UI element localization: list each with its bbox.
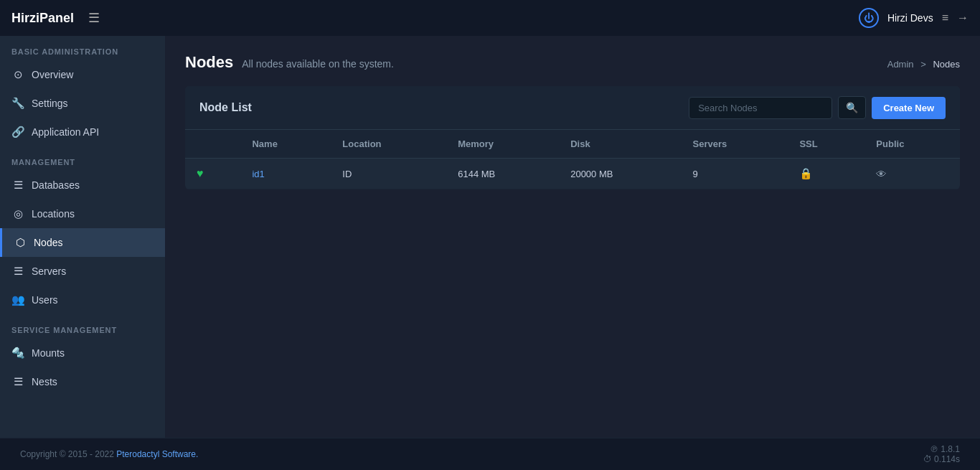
sidebar-label-servers: Servers xyxy=(32,265,66,277)
main-content: Nodes All nodes available on the system.… xyxy=(165,36,980,438)
sidebar-item-mounts[interactable]: 🔩Mounts xyxy=(0,339,165,367)
sidebar-section-label: SERVICE MANAGEMENT xyxy=(0,314,165,339)
node-name-cell: id1 xyxy=(240,159,331,189)
locations-icon: ◎ xyxy=(11,207,24,220)
breadcrumb-admin: Admin xyxy=(887,59,914,70)
settings-icon: 🔧 xyxy=(11,97,24,110)
search-button[interactable]: 🔍 xyxy=(838,96,866,119)
sidebar-label-nodes: Nodes xyxy=(34,237,62,248)
table-body: ♥id1ID6144 MB20000 MB9🔒👁 xyxy=(185,159,960,189)
node-public-cell: 👁 xyxy=(864,159,960,189)
table-row: ♥id1ID6144 MB20000 MB9🔒👁 xyxy=(185,159,960,189)
col-memory: Memory xyxy=(446,130,559,159)
logout-icon[interactable]: → xyxy=(957,11,969,24)
mounts-icon: 🔩 xyxy=(11,347,24,359)
sidebar-label-overview: Overview xyxy=(32,69,73,80)
create-new-button[interactable]: Create New xyxy=(872,97,946,119)
node-status-icon: ♥ xyxy=(197,167,204,179)
page-title: Nodes xyxy=(185,53,233,72)
sidebar-item-databases[interactable]: ☰Databases xyxy=(0,171,165,199)
card-title: Node List xyxy=(199,101,252,114)
col-disk: Disk xyxy=(559,130,681,159)
users-icon: 👥 xyxy=(11,293,24,306)
sidebar-label-settings: Settings xyxy=(32,98,68,109)
servers-icon: ☰ xyxy=(11,265,24,278)
sidebar-item-settings[interactable]: 🔧Settings xyxy=(0,89,165,118)
list-icon[interactable]: ≡ xyxy=(942,11,948,24)
user-name: Hirzi Devs xyxy=(887,12,933,24)
nests-icon: ☰ xyxy=(11,375,24,388)
card-header: Node List 🔍 Create New xyxy=(185,86,960,130)
topbar-right: ⏻ Hirzi Devs ≡ → xyxy=(859,8,969,28)
node-disk-cell: 20000 MB xyxy=(559,159,681,189)
breadcrumb-current: Nodes xyxy=(933,59,960,70)
search-area: 🔍 Create New xyxy=(689,96,946,119)
node-name-link[interactable]: id1 xyxy=(252,169,264,179)
node-servers-cell: 9 xyxy=(682,159,788,189)
search-input[interactable] xyxy=(689,97,832,119)
sidebar-item-application-api[interactable]: 🔗Application API xyxy=(0,118,165,146)
col-servers: Servers xyxy=(682,130,788,159)
sidebar-label-mounts: Mounts xyxy=(32,347,65,359)
node-location-cell: ID xyxy=(331,159,446,189)
node-memory-cell: 6144 MB xyxy=(446,159,559,189)
nodes-table: Name Location Memory Disk Servers SSL Pu… xyxy=(185,130,960,189)
sidebar-item-overview[interactable]: ⊙Overview xyxy=(0,60,165,89)
hamburger-icon[interactable]: ☰ xyxy=(88,10,100,26)
ssl-lock-icon: 🔒 xyxy=(799,167,813,179)
sidebar-label-nests: Nests xyxy=(32,376,57,387)
time-text: ⏱ 0.114s xyxy=(923,454,960,464)
col-public: Public xyxy=(864,130,960,159)
sidebar-label-users: Users xyxy=(32,294,58,306)
table-header: Name Location Memory Disk Servers SSL Pu… xyxy=(185,130,960,159)
sidebar-label-application-api: Application API xyxy=(32,126,99,138)
pterodactyl-link[interactable]: Pterodactyl Software. xyxy=(116,449,198,459)
sidebar-item-nodes[interactable]: ⬡Nodes xyxy=(0,228,165,257)
topbar-left: HirziPanel ☰ xyxy=(11,10,100,26)
nodes-icon: ⬡ xyxy=(14,236,27,249)
breadcrumb: Admin > Nodes xyxy=(887,59,960,70)
public-eye-icon: 👁 xyxy=(876,168,887,180)
col-ssl: SSL xyxy=(788,130,864,159)
sidebar-item-locations[interactable]: ◎Locations xyxy=(0,199,165,228)
sidebar: BASIC ADMINISTRATION⊙Overview🔧Settings🔗A… xyxy=(0,36,165,438)
power-icon[interactable]: ⏻ xyxy=(859,8,879,28)
page-header-left: Nodes All nodes available on the system. xyxy=(185,53,394,72)
sidebar-label-databases: Databases xyxy=(32,179,80,191)
copyright-text: Copyright © 2015 - 2022 xyxy=(20,449,116,459)
node-list-card: Node List 🔍 Create New Name Location Mem… xyxy=(185,86,960,189)
col-location: Location xyxy=(331,130,446,159)
app-logo: HirziPanel xyxy=(11,11,74,26)
databases-icon: ☰ xyxy=(11,179,24,192)
col-name: Name xyxy=(240,130,331,159)
sidebar-item-nests[interactable]: ☰Nests xyxy=(0,367,165,396)
sidebar-item-users[interactable]: 👥Users xyxy=(0,286,165,314)
overview-icon: ⊙ xyxy=(11,68,24,81)
version-text: ℗ 1.8.1 xyxy=(923,444,960,454)
footer-version: ℗ 1.8.1 ⏱ 0.114s xyxy=(923,444,960,464)
topbar: HirziPanel ☰ ⏻ Hirzi Devs ≡ → xyxy=(0,0,980,36)
layout: BASIC ADMINISTRATION⊙Overview🔧Settings🔗A… xyxy=(0,36,980,438)
footer: Copyright © 2015 - 2022 Pterodactyl Soft… xyxy=(0,438,980,470)
application-api-icon: 🔗 xyxy=(11,126,24,138)
sidebar-item-servers[interactable]: ☰Servers xyxy=(0,257,165,286)
sidebar-label-locations: Locations xyxy=(32,208,75,220)
sidebar-section-label: BASIC ADMINISTRATION xyxy=(0,36,165,60)
col-status xyxy=(185,130,240,159)
page-subtitle: All nodes available on the system. xyxy=(242,58,394,70)
node-status-cell: ♥ xyxy=(185,159,240,189)
page-header: Nodes All nodes available on the system.… xyxy=(185,53,960,72)
footer-copyright: Copyright © 2015 - 2022 Pterodactyl Soft… xyxy=(20,449,198,459)
sidebar-section-label: MANAGEMENT xyxy=(0,146,165,171)
breadcrumb-sep: > xyxy=(920,59,926,70)
node-ssl-cell: 🔒 xyxy=(788,159,864,189)
